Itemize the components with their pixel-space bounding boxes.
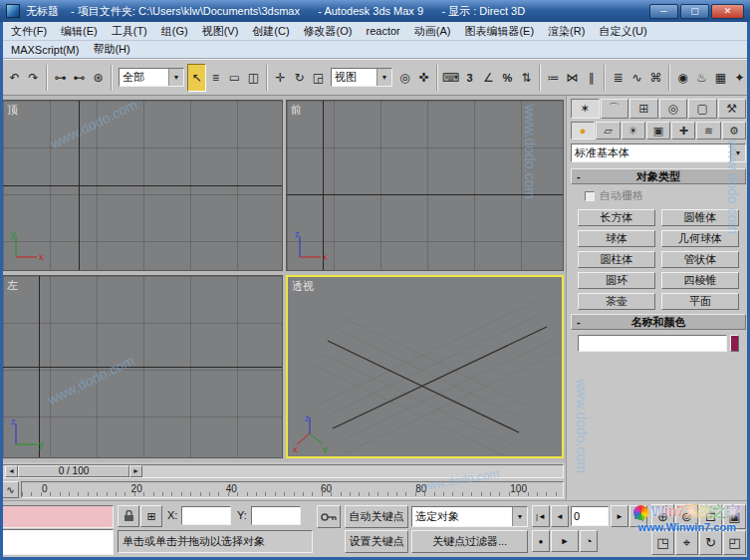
zoom-icon[interactable]: ⊕ bbox=[651, 504, 674, 529]
tab-display[interactable]: ▢ bbox=[688, 99, 717, 119]
y-coordinate-input[interactable] bbox=[251, 506, 301, 525]
redo-icon[interactable]: ↷ bbox=[24, 64, 43, 92]
sphere-button[interactable]: 球体 bbox=[578, 230, 655, 247]
autogrid-checkbox[interactable] bbox=[585, 191, 595, 201]
tab-motion[interactable]: ◎ bbox=[659, 99, 688, 119]
keyboard-override-icon[interactable]: ⌨ bbox=[441, 64, 460, 92]
window-crossing-icon[interactable]: ◫ bbox=[244, 64, 263, 92]
menu-maxscript[interactable]: MAXScript(M) bbox=[4, 44, 86, 56]
named-selection-sets-icon[interactable]: ≔ bbox=[544, 64, 563, 92]
close-button[interactable]: ✕ bbox=[711, 4, 744, 19]
rollout-object-type[interactable]: - 对象类型 bbox=[571, 168, 746, 184]
material-editor-icon[interactable]: ◉ bbox=[673, 64, 692, 92]
category-spacewarps[interactable]: ≋ bbox=[696, 122, 720, 140]
zoom-extents-all-icon[interactable]: ▣ bbox=[723, 504, 746, 529]
menu-animation[interactable]: 动画(A) bbox=[407, 24, 458, 39]
select-and-rotate-icon[interactable]: ↻ bbox=[290, 64, 309, 92]
select-and-scale-icon[interactable]: ◲ bbox=[309, 64, 328, 92]
spinner-snap-icon[interactable]: ⇅ bbox=[517, 64, 536, 92]
time-slider[interactable]: ◄ 0 / 100 ► bbox=[5, 465, 142, 477]
rollout-name-color[interactable]: - 名称和颜色 bbox=[571, 314, 746, 330]
menu-help[interactable]: 帮助(H) bbox=[86, 42, 136, 57]
zoom-all-icon[interactable]: ⊚ bbox=[675, 504, 698, 529]
min-max-toggle-icon[interactable]: ◰ bbox=[723, 530, 746, 555]
category-systems[interactable]: ⚙ bbox=[722, 122, 746, 140]
key-mode-toggle-icon[interactable]: ● bbox=[532, 530, 550, 552]
category-geometry[interactable]: ● bbox=[571, 122, 595, 140]
select-and-manipulate-icon[interactable]: ✜ bbox=[414, 64, 433, 92]
chevron-down-icon[interactable]: ▼ bbox=[730, 144, 745, 161]
teapot-button[interactable]: 茶壶 bbox=[578, 293, 655, 310]
align-icon[interactable]: ∥ bbox=[582, 64, 601, 92]
object-name-input[interactable] bbox=[578, 335, 727, 352]
viewport-front[interactable]: 前 z x bbox=[286, 100, 564, 271]
region-zoom-icon[interactable]: ◳ bbox=[651, 530, 674, 555]
next-frame-icon[interactable]: ► bbox=[611, 505, 628, 527]
unlink-selection-icon[interactable]: ⊷ bbox=[70, 64, 89, 92]
go-to-start-icon[interactable]: |◄ bbox=[532, 505, 550, 527]
tab-create[interactable]: ✶ bbox=[571, 99, 600, 119]
menu-customize[interactable]: 自定义(U) bbox=[592, 24, 653, 39]
tab-modify[interactable]: ⌒ bbox=[601, 99, 629, 119]
minimize-button[interactable]: ─ bbox=[649, 4, 678, 19]
time-slider-track[interactable]: ◄ 0 / 100 ► bbox=[2, 464, 564, 478]
category-lights[interactable]: ☀ bbox=[622, 122, 645, 140]
curve-editor-icon[interactable]: ∿ bbox=[627, 64, 646, 92]
maxscript-mini-listener-macro[interactable] bbox=[2, 505, 114, 528]
tab-utilities[interactable]: ⚒ bbox=[718, 99, 747, 119]
viewport-perspective-label[interactable]: 透视 bbox=[292, 279, 314, 294]
select-and-move-icon[interactable]: ✛ bbox=[271, 64, 290, 92]
selected-filter-dropdown[interactable]: 选定对象 ▼ bbox=[411, 506, 528, 527]
select-and-link-icon[interactable]: ⊶ bbox=[51, 64, 70, 92]
geometry-category-dropdown[interactable]: 标准基本体 ▼ bbox=[571, 143, 746, 162]
time-configuration-icon[interactable]: ◔ bbox=[580, 530, 598, 552]
set-key-button[interactable]: 设置关键点 bbox=[345, 530, 408, 553]
x-coordinate-input[interactable] bbox=[181, 506, 231, 525]
menu-tools[interactable]: 工具(T) bbox=[105, 24, 154, 39]
viewport-perspective[interactable]: 透视 z x y bbox=[286, 275, 564, 458]
reference-coordinate-dropdown[interactable]: 视图 ▼ bbox=[331, 68, 392, 87]
auto-key-button[interactable]: 自动关键点 bbox=[345, 505, 408, 528]
previous-frame-arrow-icon[interactable]: ◄ bbox=[5, 465, 18, 477]
render-last-icon[interactable]: ▦ bbox=[711, 64, 730, 92]
menu-rendering[interactable]: 渲染(R) bbox=[541, 24, 592, 39]
maxscript-mini-listener[interactable] bbox=[2, 529, 114, 555]
menu-create[interactable]: 创建(C) bbox=[245, 24, 296, 39]
menu-modifiers[interactable]: 修改器(O) bbox=[297, 24, 360, 39]
zoom-extents-icon[interactable]: ⊡ bbox=[699, 504, 722, 529]
cylinder-button[interactable]: 圆柱体 bbox=[578, 251, 655, 268]
menu-reactor[interactable]: reactor bbox=[360, 25, 407, 37]
previous-frame-icon[interactable]: ◄ bbox=[551, 505, 569, 527]
category-helpers[interactable]: ✚ bbox=[671, 122, 695, 140]
chevron-down-icon[interactable]: ▼ bbox=[376, 69, 391, 86]
bind-to-spacewarp-icon[interactable]: ⊛ bbox=[89, 64, 108, 92]
select-by-name-icon[interactable]: ≡ bbox=[206, 64, 225, 92]
play-button-icon[interactable]: ► bbox=[551, 530, 579, 552]
viewport-left-label[interactable]: 左 bbox=[7, 278, 18, 293]
cone-button[interactable]: 圆锥体 bbox=[661, 209, 739, 226]
time-slider-button[interactable]: 0 / 100 bbox=[18, 465, 129, 477]
schematic-view-icon[interactable]: ⌘ bbox=[646, 64, 665, 92]
tube-button[interactable]: 管状体 bbox=[661, 251, 739, 268]
percent-snap-icon[interactable]: % bbox=[498, 64, 517, 92]
geosphere-button[interactable]: 几何球体 bbox=[661, 230, 739, 247]
absolute-mode-button[interactable]: ⊞ bbox=[140, 505, 162, 527]
render-setup-icon[interactable]: ♨ bbox=[692, 64, 711, 92]
go-to-end-icon[interactable]: ►| bbox=[629, 505, 647, 527]
menu-group[interactable]: 组(G) bbox=[154, 24, 195, 39]
pan-icon[interactable]: ⌖ bbox=[675, 530, 698, 555]
viewport-top-label[interactable]: 顶 bbox=[7, 103, 18, 118]
titlebar[interactable]: 无标题 - 项目文件夹: C:\Users\klw\Documents\3dsm… bbox=[0, 0, 750, 22]
viewport-top[interactable]: 顶 y x bbox=[2, 100, 283, 271]
selection-filter-dropdown[interactable]: 全部 ▼ bbox=[119, 68, 184, 87]
next-frame-arrow-icon[interactable]: ► bbox=[129, 465, 142, 477]
arc-rotate-icon[interactable]: ↻ bbox=[699, 530, 722, 555]
category-shapes[interactable]: ▱ bbox=[596, 122, 620, 140]
maximize-button[interactable]: ▢ bbox=[680, 4, 709, 19]
menu-graph-editors[interactable]: 图表编辑器(E) bbox=[457, 24, 541, 39]
snap-toggle-icon[interactable]: 3 bbox=[460, 64, 479, 92]
torus-button[interactable]: 圆环 bbox=[578, 272, 655, 289]
track-bar-ruler[interactable]: 0 20 40 60 80 100 bbox=[21, 481, 564, 498]
angle-snap-icon[interactable]: ∠ bbox=[479, 64, 498, 92]
mirror-icon[interactable]: ⋈ bbox=[563, 64, 582, 92]
